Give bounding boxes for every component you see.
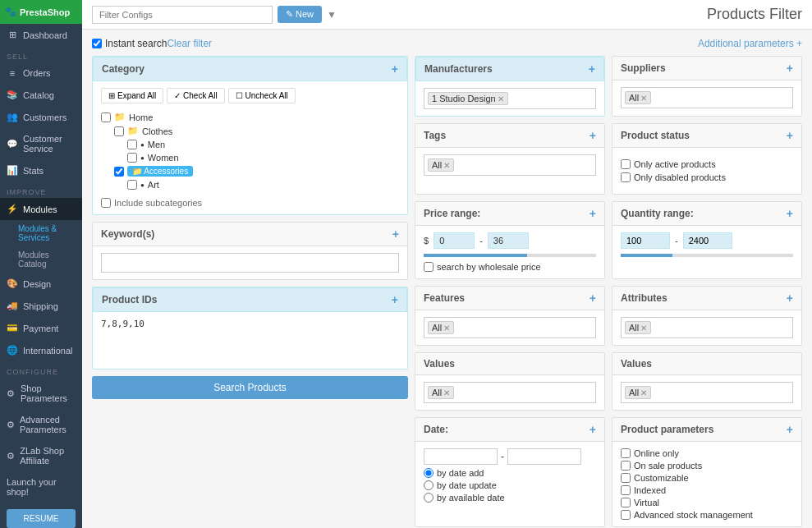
product-params-collapse[interactable]: + [787, 423, 793, 436]
values-attributes-tag-area[interactable]: All ✕ [621, 382, 793, 403]
sidebar-item-modules-catalog[interactable]: Modules Catalog [0, 246, 82, 273]
wholesale-checkbox-label[interactable]: search by wholesale price [424, 262, 596, 272]
status-disabled[interactable]: Only disabled products [621, 172, 793, 182]
suppliers-tag-area[interactable]: All ✕ [621, 87, 793, 108]
param-sale-checkbox[interactable] [621, 461, 631, 471]
param-advanced-stock[interactable]: Advanced stock management [621, 510, 793, 520]
date-add-radio[interactable] [424, 468, 434, 478]
param-advanced-stock-checkbox[interactable] [621, 510, 631, 520]
sidebar-item-shop-params[interactable]: ⚙ Shop Parameters [0, 378, 82, 409]
sidebar-item-design[interactable]: 🎨 Design [0, 273, 82, 295]
attributes-collapse[interactable]: + [787, 292, 793, 305]
expand-all-btn[interactable]: ⊞ Expand All [101, 88, 163, 103]
sidebar-item-payment[interactable]: 💳 Payment [0, 317, 82, 339]
manufacturers-collapse[interactable]: + [589, 62, 595, 76]
cat-checkbox-accessories[interactable] [114, 167, 124, 177]
product-ids-textarea[interactable]: 7,8,9,10 [101, 319, 399, 360]
date-collapse[interactable]: + [590, 423, 596, 436]
param-indexed-checkbox[interactable] [621, 485, 631, 495]
cat-checkbox-women[interactable] [127, 153, 137, 163]
date-available-option[interactable]: by available date [424, 493, 596, 503]
tag-remove[interactable]: ✕ [443, 161, 450, 170]
sidebar-item-catalog[interactable]: 📚 Catalog [0, 84, 82, 106]
features-tag-area[interactable]: All ✕ [424, 317, 596, 338]
tag-remove[interactable]: ✕ [498, 94, 504, 103]
date-update-option[interactable]: by date update [424, 480, 596, 490]
cat-checkbox-art[interactable] [127, 180, 137, 190]
price-collapse[interactable]: + [590, 207, 596, 220]
keywords-collapse[interactable]: + [392, 227, 399, 241]
check-all-btn[interactable]: ✓ Check All [167, 88, 224, 103]
price-range-slider[interactable] [424, 254, 596, 257]
manufacturers-tag-area[interactable]: 1 Studio Design ✕ [424, 88, 596, 109]
date-to-input[interactable] [507, 448, 581, 465]
features-collapse[interactable]: + [590, 292, 596, 305]
param-customizable[interactable]: Customizable [621, 473, 793, 483]
new-button[interactable]: ✎ New [278, 6, 322, 23]
tags-tag-area[interactable]: All ✕ [424, 154, 596, 176]
values-features-tag-area[interactable]: All ✕ [424, 382, 596, 403]
cat-checkbox-home[interactable] [101, 112, 111, 122]
qty-min-input[interactable] [621, 232, 670, 249]
uncheck-all-btn[interactable]: ☐ Uncheck All [228, 88, 296, 103]
filter-config-input[interactable] [92, 6, 273, 24]
additional-params-link[interactable]: Additional parameters + [681, 38, 802, 49]
qty-collapse[interactable]: + [787, 207, 793, 220]
status-disabled-checkbox[interactable] [621, 172, 631, 182]
date-add-option[interactable]: by date add [424, 468, 596, 478]
include-subcat-checkbox[interactable] [101, 198, 111, 208]
tag-remove[interactable]: ✕ [640, 388, 647, 397]
category-collapse[interactable]: + [392, 62, 398, 76]
param-sale[interactable]: On sale products [621, 461, 793, 471]
sidebar-item-customers[interactable]: 👥 Customers [0, 106, 82, 128]
sidebar-item-modules[interactable]: ⚡ Modules [0, 198, 82, 220]
param-virtual-checkbox[interactable] [621, 498, 631, 507]
tag-remove[interactable]: ✕ [640, 324, 647, 333]
tag-remove[interactable]: ✕ [640, 94, 647, 103]
sidebar-item-customer-service[interactable]: 💬 Customer Service [0, 128, 82, 159]
status-active-checkbox[interactable] [621, 159, 631, 169]
search-products-button[interactable]: Search Products [92, 376, 408, 399]
date-available-radio[interactable] [424, 493, 434, 503]
clear-filter-link[interactable]: Clear filter [167, 38, 212, 49]
sidebar-item-modules-services[interactable]: Modules & Services [0, 220, 82, 246]
param-online-checkbox[interactable] [621, 448, 631, 458]
cat-checkbox-men[interactable] [127, 140, 137, 149]
status-active[interactable]: Only active products [621, 159, 793, 169]
tag-remove[interactable]: ✕ [443, 324, 450, 333]
price-min-input[interactable] [434, 232, 475, 249]
instant-search-label[interactable]: Instant search [92, 38, 167, 49]
new-btn-caret[interactable]: ▼ [327, 9, 337, 21]
resume-button[interactable]: RESUME [7, 509, 76, 528]
product-status-collapse[interactable]: + [787, 129, 793, 142]
sidebar-item-dashboard[interactable]: ⊞ Dashboard [0, 24, 82, 46]
wholesale-checkbox[interactable] [424, 262, 434, 272]
sidebar-item-international[interactable]: 🌐 International [0, 339, 82, 361]
tags-collapse[interactable]: + [590, 129, 596, 142]
sidebar-label: Customer Service [23, 134, 76, 154]
sidebar-item-advanced-params[interactable]: ⚙ Advanced Parameters [0, 409, 82, 440]
tag-remove[interactable]: ✕ [443, 388, 450, 397]
param-indexed[interactable]: Indexed [621, 485, 793, 495]
suppliers-collapse[interactable]: + [787, 62, 793, 75]
cat-checkbox-clothes[interactable] [114, 126, 124, 136]
instant-search-checkbox[interactable] [92, 39, 102, 48]
values-attributes-panel: Values All ✕ [612, 352, 802, 411]
sidebar-item-shipping[interactable]: 🚚 Shipping [0, 295, 82, 317]
param-online[interactable]: Online only [621, 448, 793, 458]
qty-range-slider[interactable] [621, 254, 793, 257]
param-virtual[interactable]: Virtual [621, 498, 793, 507]
date-from-input[interactable] [424, 448, 498, 465]
date-update-radio[interactable] [424, 480, 434, 490]
content-area: Instant search Clear filter Additional p… [82, 30, 812, 528]
sidebar-item-launch[interactable]: Launch your shop! [0, 471, 82, 503]
attributes-tag-area[interactable]: All ✕ [621, 317, 793, 338]
qty-max-input[interactable] [683, 232, 732, 249]
param-customizable-checkbox[interactable] [621, 473, 631, 483]
product-ids-collapse[interactable]: + [392, 293, 398, 306]
keywords-input[interactable] [101, 253, 399, 273]
sidebar-item-stats[interactable]: 📊 Stats [0, 159, 82, 181]
price-max-input[interactable] [488, 232, 529, 249]
sidebar-item-zlab[interactable]: ⚙ ZLab Shop Affiliate [0, 440, 82, 471]
sidebar-item-orders[interactable]: ≡ Orders [0, 62, 82, 84]
